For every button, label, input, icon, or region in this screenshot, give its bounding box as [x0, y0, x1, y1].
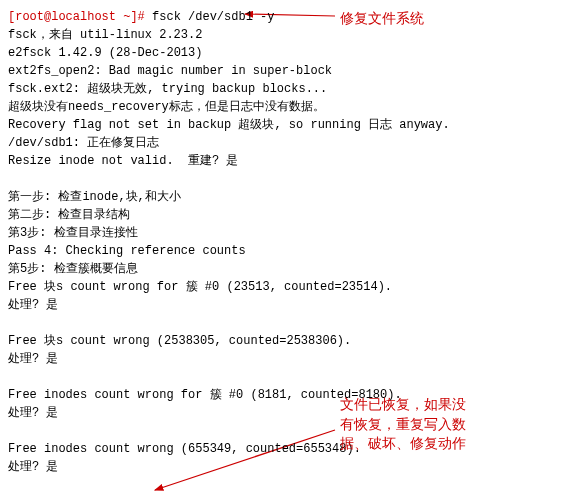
- output-line: fsck，来自 util-linux 2.23.2: [8, 28, 202, 42]
- output-line: 超级块没有needs_recovery标志，但是日志中没有数据。: [8, 100, 325, 114]
- output-line: Free 块s count wrong (2538305, counted=25…: [8, 334, 351, 348]
- output-line: e2fsck 1.42.9 (28-Dec-2013): [8, 46, 202, 60]
- output-line: 第5步: 检查簇概要信息: [8, 262, 138, 276]
- output-line: fsck.ext2: 超级块无效, trying backup blocks..…: [8, 82, 327, 96]
- terminal[interactable]: [root@localhost ~]# fsck /dev/sdb1 -y fs…: [8, 8, 573, 500]
- output-line: /dev/sdb1: 正在修复日志: [8, 136, 159, 150]
- annotation-top: 修复文件系统: [340, 8, 424, 29]
- output-line: 处理? 是: [8, 352, 58, 366]
- output-line: Resize inode not valid. 重建? 是: [8, 154, 238, 168]
- output-line: 第一步: 检查inode,块,和大小: [8, 190, 181, 204]
- output-line: ext2fs_open2: Bad magic number in super-…: [8, 64, 332, 78]
- output-line: Free inodes count wrong (655349, counted…: [8, 442, 361, 456]
- output-line: 第二步: 检查目录结构: [8, 208, 130, 222]
- prompt-1: [root@localhost ~]#: [8, 10, 152, 24]
- command-fsck: fsck /dev/sdb1 -y: [152, 10, 274, 24]
- output-line: Free 块s count wrong for 簇 #0 (23513, cou…: [8, 280, 392, 294]
- annotation-bottom-line2: 有恢复，重复写入数: [340, 416, 466, 432]
- output-line: 第3步: 检查目录连接性: [8, 226, 138, 240]
- output-line: 处理? 是: [8, 460, 58, 474]
- output-line: 处理? 是: [8, 406, 58, 420]
- annotation-bottom-line3: 据、破坏、修复动作: [340, 435, 466, 451]
- output-line: Recovery flag not set in backup 超级块, so …: [8, 118, 450, 132]
- output-line: Pass 4: Checking reference counts: [8, 244, 246, 258]
- annotation-bottom: 文件已恢复，如果没 有恢复，重复写入数 据、破坏、修复动作: [340, 395, 466, 454]
- annotation-bottom-line1: 文件已恢复，如果没: [340, 396, 466, 412]
- output-line: 处理? 是: [8, 298, 58, 312]
